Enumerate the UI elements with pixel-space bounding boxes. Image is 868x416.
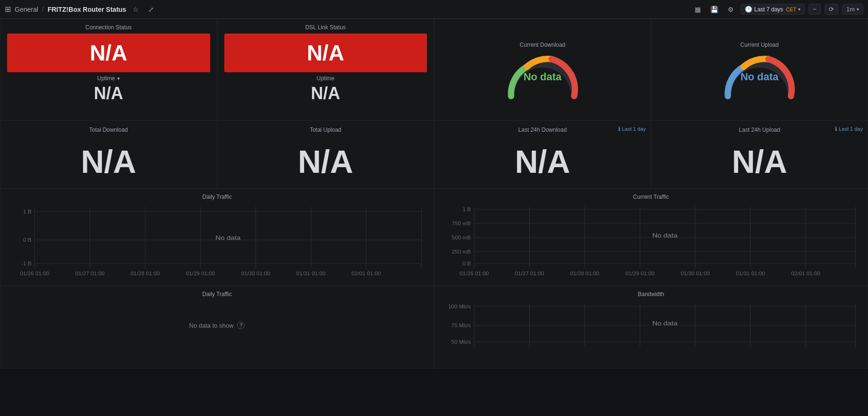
- svg-text:01/30 01:00: 01/30 01:00: [681, 271, 710, 276]
- breadcrumb-general[interactable]: General: [15, 6, 38, 13]
- current-upload-panel: Current Upload No data: [651, 19, 868, 120]
- svg-text:01/31 01:00: 01/31 01:00: [296, 271, 325, 276]
- svg-text:01/29 01:00: 01/29 01:00: [186, 271, 215, 276]
- topbar-left: ⊞ General / FRITZ!Box Router Status ☆ ⤢: [5, 4, 157, 15]
- last24h-upload-title: Last 24h Upload: [658, 127, 861, 133]
- svg-text:02/01 01:00: 02/01 01:00: [351, 271, 381, 276]
- time-range-selector[interactable]: 🕐 Last 7 days CET ▾: [740, 4, 805, 15]
- zoom-in-button[interactable]: ⟳: [825, 4, 838, 15]
- svg-text:-1 B: -1 B: [21, 261, 31, 266]
- breadcrumb-sep: /: [42, 6, 44, 13]
- daily-traffic-1-chart: 1 B 0 B -1 B 01/26 01:00 01/27 01:00 01/…: [7, 202, 427, 282]
- no-data-show-text: No data to show: [189, 322, 234, 329]
- svg-text:01/28 01:00: 01/28 01:00: [131, 271, 160, 276]
- svg-text:0 B: 0 B: [463, 261, 471, 266]
- uptime-value: N/A: [7, 84, 210, 103]
- svg-text:01/27 01:00: 01/27 01:00: [515, 271, 544, 276]
- page-title: FRITZ!Box Router Status: [48, 6, 126, 13]
- save-button[interactable]: 💾: [707, 4, 721, 15]
- current-upload-gauge: No data: [717, 51, 802, 98]
- daily-traffic-1-title: Daily Traffic: [7, 194, 427, 200]
- svg-text:01/27 01:00: 01/27 01:00: [76, 271, 105, 276]
- last24h-upload-panel: Last 24h Upload ℹ Last 1 day N/A: [651, 120, 868, 188]
- total-download-panel: Total Download N/A: [0, 120, 217, 188]
- svg-text:1 B: 1 B: [463, 207, 471, 212]
- svg-text:01/31 01:00: 01/31 01:00: [736, 271, 765, 276]
- last1day-upload-badge: ℹ Last 1 day: [835, 126, 863, 132]
- last24h-download-panel: Last 24h Download ℹ Last 1 day N/A: [434, 120, 651, 188]
- bandwidth-panel: Bandwidth 100 Mb/s 75 Mb/s 50 Mb/s No da…: [434, 286, 868, 369]
- svg-text:750 mB: 750 mB: [452, 221, 471, 226]
- connection-status-value: N/A: [7, 34, 210, 72]
- bandwidth-chart: 100 Mb/s 75 Mb/s 50 Mb/s No data: [441, 299, 861, 365]
- svg-text:0 B: 0 B: [23, 238, 32, 243]
- svg-text:No data: No data: [652, 320, 677, 327]
- svg-text:75 Mb/s: 75 Mb/s: [451, 323, 471, 328]
- last24h-download-value: N/A: [441, 136, 644, 182]
- svg-text:100 Mb/s: 100 Mb/s: [448, 304, 471, 309]
- last24h-upload-value: N/A: [658, 136, 861, 182]
- svg-text:No data: No data: [652, 232, 677, 239]
- daily-traffic-2-title: Daily Traffic: [7, 291, 427, 297]
- total-download-title: Total Download: [7, 127, 210, 133]
- timezone-label: CET: [786, 7, 796, 12]
- svg-text:01/30 01:00: 01/30 01:00: [241, 271, 271, 276]
- topbar-right: ▦ 💾 ⚙ 🕐 Last 7 days CET ▾ − ⟳ 1m ▾: [692, 4, 863, 15]
- help-icon: ?: [237, 322, 245, 329]
- svg-text:1 B: 1 B: [23, 209, 32, 214]
- svg-text:250 mB: 250 mB: [452, 249, 471, 255]
- share-button[interactable]: ⤢: [145, 4, 157, 15]
- dsl-link-status-value: N/A: [224, 34, 427, 72]
- svg-text:No data: No data: [215, 234, 240, 241]
- connection-status-panel: Connection Status N/A Uptime ▾ N/A: [0, 19, 217, 120]
- current-traffic-svg: 1 B 750 mB 500 mB 250 mB 0 B 01/26 01:00…: [441, 202, 861, 278]
- current-upload-no-data: No data: [740, 71, 779, 83]
- current-download-panel: Current Download No data: [434, 19, 651, 120]
- refresh-selector[interactable]: 1m ▾: [842, 4, 863, 15]
- current-download-no-data: No data: [523, 71, 562, 83]
- total-download-value: N/A: [7, 136, 210, 182]
- dsl-uptime-label: Uptime: [316, 75, 334, 82]
- dsl-uptime-row: Uptime: [224, 75, 427, 82]
- svg-text:01/29 01:00: 01/29 01:00: [625, 271, 655, 276]
- svg-text:01/26 01:00: 01/26 01:00: [20, 271, 50, 276]
- total-upload-value: N/A: [224, 136, 427, 182]
- daily-traffic-panel-2: Daily Traffic No data to show ?: [0, 286, 434, 369]
- uptime-label: Uptime: [97, 75, 115, 82]
- bandwidth-svg: 100 Mb/s 75 Mb/s 50 Mb/s No data: [441, 299, 861, 361]
- bar-chart-icon-button[interactable]: ▦: [692, 4, 704, 15]
- topbar: ⊞ General / FRITZ!Box Router Status ☆ ⤢ …: [0, 0, 868, 19]
- last24h-download-title: Last 24h Download: [441, 127, 644, 133]
- daily-traffic-1-svg: 1 B 0 B -1 B 01/26 01:00 01/27 01:00 01/…: [7, 202, 427, 278]
- last1day-download-badge: ℹ Last 1 day: [618, 126, 646, 132]
- time-range-label: Last 7 days: [754, 6, 783, 13]
- app-grid-icon: ⊞: [5, 5, 11, 14]
- current-download-gauge: No data: [500, 51, 585, 98]
- total-upload-title: Total Upload: [224, 127, 427, 133]
- current-traffic-chart: 1 B 750 mB 500 mB 250 mB 0 B 01/26 01:00…: [441, 202, 861, 282]
- total-upload-panel: Total Upload N/A: [217, 120, 434, 188]
- refresh-rate-label: 1m: [846, 6, 855, 13]
- bandwidth-title: Bandwidth: [441, 291, 861, 297]
- svg-text:01/26 01:00: 01/26 01:00: [460, 271, 489, 276]
- dsl-uptime-value: N/A: [224, 84, 427, 103]
- svg-text:500 mB: 500 mB: [452, 235, 471, 240]
- connection-status-title: Connection Status: [7, 24, 210, 31]
- dashboard: Connection Status N/A Uptime ▾ N/A DSL L…: [0, 19, 868, 369]
- star-button[interactable]: ☆: [130, 4, 142, 15]
- current-upload-title: Current Upload: [740, 42, 779, 48]
- current-traffic-title: Current Traffic: [441, 194, 861, 200]
- svg-text:02/01 01:00: 02/01 01:00: [791, 271, 820, 276]
- current-download-title: Current Download: [519, 42, 565, 48]
- current-traffic-panel: Current Traffic 1 B 750 mB 500 mB 250 m: [434, 188, 868, 286]
- settings-button[interactable]: ⚙: [725, 4, 737, 15]
- uptime-row: Uptime ▾: [7, 75, 210, 82]
- daily-traffic-panel-1: Daily Traffic 1 B 0 B -1 B: [0, 188, 434, 286]
- svg-text:50 Mb/s: 50 Mb/s: [451, 340, 471, 345]
- svg-text:01/28 01:00: 01/28 01:00: [570, 271, 599, 276]
- dsl-link-status-title: DSL Link Status: [224, 24, 427, 31]
- zoom-out-button[interactable]: −: [808, 4, 821, 15]
- dsl-link-status-panel: DSL Link Status N/A Uptime N/A: [217, 19, 434, 120]
- no-data-show-area: No data to show ?: [7, 299, 427, 351]
